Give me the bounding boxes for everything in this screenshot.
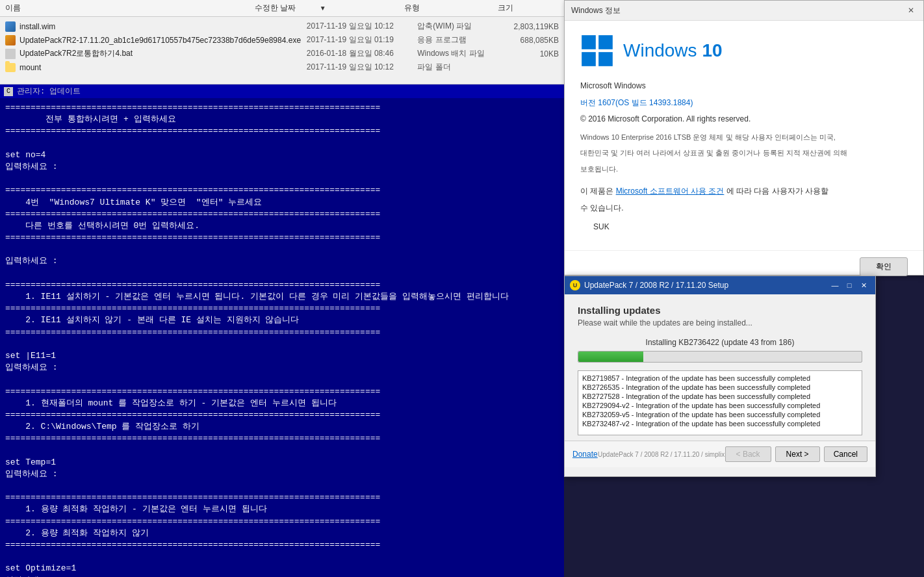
up-footer-btns: < Back Next > Cancel xyxy=(725,446,867,462)
file-name-text: UpdatePack7R2-17.11.20_ab1c1e9d61710557b… xyxy=(19,36,301,45)
next-button[interactable]: Next > xyxy=(775,446,820,462)
col-size: 크기 xyxy=(498,3,513,14)
windows-logo-icon xyxy=(580,34,614,68)
up-current-kb: Installing KB2736422 (update 43 from 186… xyxy=(578,338,862,347)
up-title-icon: U xyxy=(570,280,580,290)
cmd-line xyxy=(5,268,559,279)
version-label: 버전 1607(OS 빌드 14393.1884) xyxy=(580,96,908,110)
svg-rect-3 xyxy=(598,52,613,66)
donate-link[interactable]: Donate xyxy=(572,450,598,459)
file-row[interactable]: UpdatePack7R2-17.11.20_ab1c1e9d61710557b… xyxy=(0,33,564,47)
desc-line2: 대한민국 및 기타 여러 나라에서 상표권 및 출원 중이거나 등록된 지적 재… xyxy=(580,147,908,159)
log-entry: KB2732059-v5 - Integration of the update… xyxy=(581,410,859,419)
updatepack-dialog: U UpdatePack 7 / 2008 R2 / 17.11.20 Setu… xyxy=(564,276,876,477)
cmd-line: ========================================… xyxy=(5,209,559,220)
desc-line3: 보호됩니다. xyxy=(580,164,908,175)
file-name: install.wim xyxy=(5,21,307,32)
cmd-line: ========================================… xyxy=(5,232,559,244)
file-list: install.wim 2017-11-19 일요일 10:12 압축(WIM)… xyxy=(0,17,564,77)
cmd-line xyxy=(5,244,559,255)
file-row[interactable]: UpdatePack7R2로통합하기4.bat 2016-01-18 월요일 0… xyxy=(0,47,564,60)
cmd-line: 2. 용량 최적화 작업하지 않기 xyxy=(5,528,559,539)
win-controls: ✕ xyxy=(905,5,917,16)
cmd-line: 입력하세요 : xyxy=(5,161,559,173)
cmd-line: set |E11=1 xyxy=(5,350,559,362)
file-row[interactable]: mount 2017-11-19 일요일 10:12 파일 폴더 xyxy=(0,60,564,74)
svg-rect-2 xyxy=(582,52,596,66)
cmd-line: 4번 "Windows7 Ultimate K" 맞으면 "엔터" 누르세요 xyxy=(5,197,559,209)
up-title-area: U UpdatePack 7 / 2008 R2 / 17.11.20 Setu… xyxy=(570,280,728,290)
minimize-button[interactable]: — xyxy=(828,280,841,290)
file-date: 2017-11-19 일요일 01:19 xyxy=(307,34,417,45)
cmd-line: 입력하세요 : xyxy=(5,362,559,374)
license-link[interactable]: Microsoft 소프트웨어 사용 조건 xyxy=(616,186,725,196)
file-date: 2016-01-18 월요일 08:46 xyxy=(307,48,417,59)
up-titlebar: U UpdatePack 7 / 2008 R2 / 17.11.20 Setu… xyxy=(565,276,875,294)
cmd-line: 2. C:\Windows\Temp 를 작업장소로 하기 xyxy=(5,421,559,433)
file-size: 688,085KB xyxy=(504,36,559,45)
win-info-body: Windows 10 Microsoft Windows 버전 1607(OS … xyxy=(565,21,923,250)
file-date: 2017-11-19 일요일 10:12 xyxy=(307,21,417,32)
cmd-line: set Temp=1 xyxy=(5,457,559,468)
up-progress-fill xyxy=(578,352,643,362)
log-entry: KB2729094-v2 - Integration of the update… xyxy=(581,401,859,410)
up-body: Installing updates Please wait while the… xyxy=(565,294,875,441)
cmd-line: ========================================… xyxy=(5,185,559,196)
up-progress-bar xyxy=(578,351,862,363)
maximize-button[interactable]: □ xyxy=(843,280,856,290)
cancel-button[interactable]: Cancel xyxy=(824,446,867,462)
col-type: 유형 xyxy=(404,3,420,14)
bat-icon xyxy=(5,49,16,59)
cmd-line xyxy=(5,374,559,385)
cmd-line: ========================================… xyxy=(5,516,559,528)
up-footer-label: UpdatePack 7 / 2008 R2 / 17.11.20 / simp… xyxy=(598,451,725,458)
cmd-line: ========================================… xyxy=(5,279,559,291)
cmd-line: ========================================… xyxy=(5,386,559,398)
cmd-line: ========================================… xyxy=(5,409,559,421)
file-type: Windows 배치 파일 xyxy=(417,48,504,59)
cmd-line: 1. 현재폴더의 mount 를 작업장소로 하기 - 기본값은 엔터 누르시면… xyxy=(5,398,559,409)
file-date: 2017-11-19 일요일 10:12 xyxy=(307,62,417,73)
cmd-line: ========================================… xyxy=(5,433,559,444)
log-entry: KB2726535 - Integration of the update ha… xyxy=(581,383,859,392)
win10-title: Windows 10 xyxy=(623,40,723,61)
close-button[interactable]: ✕ xyxy=(905,5,917,16)
file-size: 2,803,119KB xyxy=(504,22,559,31)
file-row[interactable]: install.wim 2017-11-19 일요일 10:12 압축(WIM)… xyxy=(0,19,564,33)
close-button[interactable]: ✕ xyxy=(857,280,870,290)
cmd-line: 2. IE11 설치하지 않기 - 본래 다른 IE 설치는 지원하지 않습니다 xyxy=(5,314,559,326)
win-info-titlebar: Windows 정보 ✕ xyxy=(565,1,923,21)
cmd-line: ========================================… xyxy=(5,125,559,137)
cmd-line: 전부 통합하시려면 + 입력하세요 xyxy=(5,114,559,125)
file-name: mount xyxy=(5,63,307,72)
log-entry: KB2719857 - Integration of the update ha… xyxy=(581,374,859,383)
cmd-line: ========================================… xyxy=(5,303,559,314)
ok-button[interactable]: 확인 xyxy=(860,257,908,276)
up-win-controls: — □ ✕ xyxy=(828,280,870,290)
cmd-line: ========================================… xyxy=(5,327,559,339)
cmd-line xyxy=(5,480,559,492)
col-name: 이름 xyxy=(5,3,21,14)
cmd-line xyxy=(5,138,559,149)
cmd-line: 1. IE11 설치하기 - 기본값은 엔터 누르시면 됩니다. 기본값이 다른… xyxy=(5,291,559,303)
license-text: 이 제품은 Microsoft 소프트웨어 사용 조건 에 따라 다음 사용자가… xyxy=(580,185,908,199)
file-type: 파일 폴더 xyxy=(417,62,504,73)
win10-logo-area: Windows 10 xyxy=(580,34,908,68)
win-info-title: Windows 정보 xyxy=(571,5,621,16)
col-modified: 수정한 날짜 ▼ xyxy=(255,3,346,14)
up-title-text: UpdatePack 7 / 2008 R2 / 17.11.20 Setup xyxy=(584,281,728,290)
win-logo-text: Windows xyxy=(623,40,702,60)
cmd-line: 1. 용량 최적화 작업하기 - 기본값은 엔터 누르시면 됩니다 xyxy=(5,504,559,515)
cmd-line: set Optimize=1 xyxy=(5,563,559,574)
cmd-line: set no=4 xyxy=(5,149,559,161)
win-logo-number: 10 xyxy=(702,40,722,60)
user-label: SUK xyxy=(593,220,908,235)
explorer-header: 이름 수정한 날짜 ▼ 유형 크기 xyxy=(0,0,564,17)
back-button[interactable]: < Back xyxy=(725,446,771,462)
ms-label: Microsoft Windows xyxy=(580,79,908,94)
cmd-line: 다른 번호를 선택하시려면 0번 입력하세요. xyxy=(5,220,559,232)
cmd-title: 관리자: 업데이트 xyxy=(17,86,81,97)
cmd-terminal: C 관리자: 업데이트 ============================… xyxy=(0,84,564,577)
up-log[interactable]: KB2719857 - Integration of the update ha… xyxy=(578,370,862,435)
cmd-line xyxy=(5,444,559,456)
